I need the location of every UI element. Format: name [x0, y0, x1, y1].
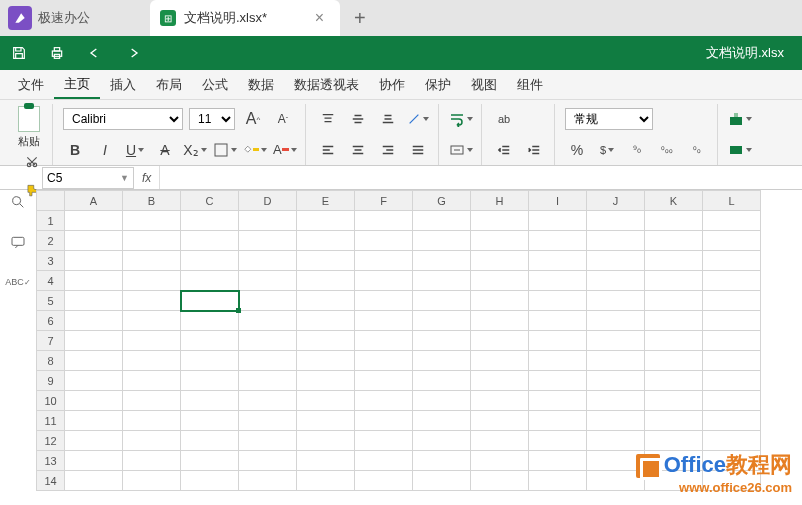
cell-F6[interactable] — [355, 311, 413, 331]
menu-保护[interactable]: 保护 — [415, 72, 461, 98]
menu-插入[interactable]: 插入 — [100, 72, 146, 98]
increase-decimal-button[interactable]: ⁰₀₀ — [655, 138, 679, 162]
cell-C3[interactable] — [181, 251, 239, 271]
menu-协作[interactable]: 协作 — [369, 72, 415, 98]
cell-A8[interactable] — [65, 351, 123, 371]
cell-D7[interactable] — [239, 331, 297, 351]
cell-L5[interactable] — [703, 291, 761, 311]
column-header-F[interactable]: F — [355, 191, 413, 211]
font-size-select[interactable]: 11 — [189, 108, 235, 130]
cell-L10[interactable] — [703, 391, 761, 411]
cell-A9[interactable] — [65, 371, 123, 391]
cell-L6[interactable] — [703, 311, 761, 331]
comma-style-button[interactable]: ⁹₀ — [625, 138, 649, 162]
insert-cells-button[interactable] — [728, 107, 752, 131]
cell-E6[interactable] — [297, 311, 355, 331]
spreadsheet-grid[interactable]: ABCDEFGHIJKL1234567891011121314 — [36, 190, 802, 505]
cell-K7[interactable] — [645, 331, 703, 351]
cell-H7[interactable] — [471, 331, 529, 351]
cell-E5[interactable] — [297, 291, 355, 311]
cell-J9[interactable] — [587, 371, 645, 391]
underline-button[interactable]: U — [123, 138, 147, 162]
column-header-C[interactable]: C — [181, 191, 239, 211]
cell-F12[interactable] — [355, 431, 413, 451]
subscript-button[interactable]: X₂ — [183, 138, 207, 162]
cell-E1[interactable] — [297, 211, 355, 231]
cell-K14[interactable] — [645, 471, 703, 491]
cell-K11[interactable] — [645, 411, 703, 431]
cell-I1[interactable] — [529, 211, 587, 231]
cell-L4[interactable] — [703, 271, 761, 291]
cell-B13[interactable] — [123, 451, 181, 471]
column-header-B[interactable]: B — [123, 191, 181, 211]
column-header-H[interactable]: H — [471, 191, 529, 211]
cell-C14[interactable] — [181, 471, 239, 491]
cell-L2[interactable] — [703, 231, 761, 251]
row-header-13[interactable]: 13 — [37, 451, 65, 471]
cell-K1[interactable] — [645, 211, 703, 231]
decrease-indent-button[interactable] — [492, 138, 516, 162]
cell-B14[interactable] — [123, 471, 181, 491]
cell-D2[interactable] — [239, 231, 297, 251]
cell-I4[interactable] — [529, 271, 587, 291]
cell-B1[interactable] — [123, 211, 181, 231]
cell-F13[interactable] — [355, 451, 413, 471]
cell-G3[interactable] — [413, 251, 471, 271]
cell-C13[interactable] — [181, 451, 239, 471]
cell-F5[interactable] — [355, 291, 413, 311]
cell-I10[interactable] — [529, 391, 587, 411]
cell-A2[interactable] — [65, 231, 123, 251]
delete-cells-button[interactable] — [728, 138, 752, 162]
cell-J2[interactable] — [587, 231, 645, 251]
cell-K9[interactable] — [645, 371, 703, 391]
menu-文件[interactable]: 文件 — [8, 72, 54, 98]
cell-D1[interactable] — [239, 211, 297, 231]
cell-G1[interactable] — [413, 211, 471, 231]
cell-C11[interactable] — [181, 411, 239, 431]
cell-L7[interactable] — [703, 331, 761, 351]
cell-E10[interactable] — [297, 391, 355, 411]
cell-H1[interactable] — [471, 211, 529, 231]
cell-H13[interactable] — [471, 451, 529, 471]
cell-C8[interactable] — [181, 351, 239, 371]
cell-L12[interactable] — [703, 431, 761, 451]
cell-G13[interactable] — [413, 451, 471, 471]
cell-L9[interactable] — [703, 371, 761, 391]
select-all-corner[interactable] — [37, 191, 65, 211]
merge-cells-button[interactable] — [449, 138, 473, 162]
column-header-L[interactable]: L — [703, 191, 761, 211]
cell-H9[interactable] — [471, 371, 529, 391]
cell-F1[interactable] — [355, 211, 413, 231]
cell-H2[interactable] — [471, 231, 529, 251]
cell-K6[interactable] — [645, 311, 703, 331]
fx-icon[interactable]: fx — [134, 166, 160, 189]
cell-D6[interactable] — [239, 311, 297, 331]
cell-D5[interactable] — [239, 291, 297, 311]
cell-B3[interactable] — [123, 251, 181, 271]
close-tab-icon[interactable]: × — [309, 9, 330, 27]
text-direction-button[interactable]: ab — [492, 107, 516, 131]
menu-公式[interactable]: 公式 — [192, 72, 238, 98]
cell-I3[interactable] — [529, 251, 587, 271]
cell-I14[interactable] — [529, 471, 587, 491]
cell-A5[interactable] — [65, 291, 123, 311]
cell-G6[interactable] — [413, 311, 471, 331]
justify-button[interactable] — [406, 138, 430, 162]
cell-J12[interactable] — [587, 431, 645, 451]
cell-K3[interactable] — [645, 251, 703, 271]
cell-E9[interactable] — [297, 371, 355, 391]
cell-J8[interactable] — [587, 351, 645, 371]
cell-K12[interactable] — [645, 431, 703, 451]
cell-F4[interactable] — [355, 271, 413, 291]
cell-B12[interactable] — [123, 431, 181, 451]
row-header-11[interactable]: 11 — [37, 411, 65, 431]
cell-J7[interactable] — [587, 331, 645, 351]
cell-H12[interactable] — [471, 431, 529, 451]
redo-button[interactable] — [114, 36, 152, 70]
cell-I9[interactable] — [529, 371, 587, 391]
cell-A4[interactable] — [65, 271, 123, 291]
column-header-J[interactable]: J — [587, 191, 645, 211]
cell-C6[interactable] — [181, 311, 239, 331]
cell-J4[interactable] — [587, 271, 645, 291]
cell-A10[interactable] — [65, 391, 123, 411]
